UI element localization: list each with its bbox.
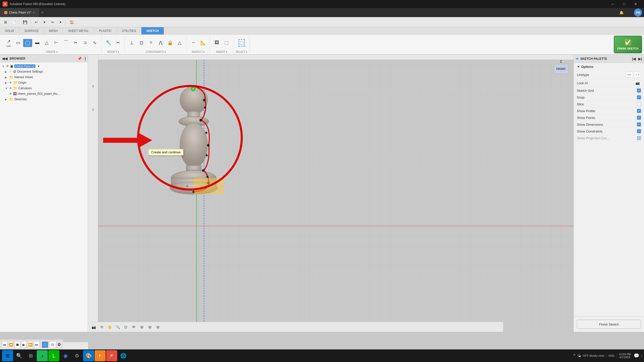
step-back-button[interactable]: ⏪ [9, 341, 14, 348]
browser-collapse-button[interactable]: ◀◀ [2, 57, 8, 61]
linetype-btn-2[interactable]: - - [634, 72, 641, 77]
paint-icon[interactable]: 🎨 [83, 350, 94, 361]
spline-tool[interactable]: ∿ [90, 39, 99, 47]
show-constraints-checkbox[interactable]: ✓ [637, 129, 641, 133]
orbit-button[interactable]: ⟲ [98, 324, 105, 331]
document-tab[interactable]: Chess Pawn v1* ✕ [0, 8, 39, 17]
viewport[interactable]: -50 -25 [88, 55, 574, 332]
tree-item-canvases[interactable]: ▼ 👁 📁 Canvases [0, 85, 88, 91]
tab-close-button[interactable]: ✕ [33, 11, 35, 14]
show-desktop-button[interactable]: | [641, 354, 642, 357]
arc-tool[interactable]: ▬ [33, 39, 42, 47]
show-projected-checkbox[interactable]: ✓ [637, 136, 641, 140]
view-cube-front[interactable]: FRONT [553, 64, 569, 74]
fit-button[interactable]: ⊡ [122, 324, 129, 331]
show-profile-checkbox[interactable]: ✓ [637, 109, 641, 113]
settings-gear-icon[interactable]: ⚙ [57, 342, 61, 347]
visibility-doc[interactable]: 👁 [9, 70, 12, 73]
snap-checkbox[interactable]: ✓ [637, 95, 641, 99]
skip-start-button[interactable]: ⏮ [2, 341, 7, 348]
tab-surface[interactable]: SURFACE [19, 27, 44, 34]
spotify-icon[interactable]: ♪ [37, 350, 48, 361]
tree-item-root[interactable]: ▼ 👁 ▣ Chess Pawn v1 ● [0, 63, 88, 69]
modify-tool-1[interactable]: 🔧 [104, 39, 113, 47]
pan-button[interactable]: ✋ [106, 324, 113, 331]
visibility-canvas[interactable]: 👁 [9, 92, 12, 96]
finish-sketch-footer-button[interactable]: Finish Sketch [577, 320, 641, 329]
fusion-360-icon-1[interactable]: F [95, 350, 106, 361]
line-tool[interactable]: ↗Line [4, 38, 13, 48]
rectangle-tool[interactable]: ▭ [14, 39, 23, 47]
browser-pin-button[interactable]: 📌 [77, 57, 82, 61]
view-mode-1[interactable]: □ [42, 341, 48, 348]
select-tool[interactable]: ⬚ [237, 38, 246, 48]
visibility-canvases[interactable]: 👁 [9, 86, 12, 90]
insert-dxf[interactable]: ⬚ [222, 39, 231, 47]
vpn-icon[interactable]: 🌐 [118, 350, 129, 361]
polygon-tool[interactable]: △ [42, 39, 51, 47]
trim-tool[interactable]: ✂ [71, 39, 80, 47]
palette-collapse-left[interactable]: |◀ [632, 57, 636, 61]
tab-utilities[interactable]: UTILITIES [117, 27, 141, 34]
grid-button[interactable]: ⊞ [138, 324, 145, 331]
constraint-equal[interactable]: = [146, 39, 155, 47]
notification-button[interactable]: 💬 [634, 353, 639, 358]
redo-button[interactable]: ↪ [49, 19, 56, 26]
maximize-button[interactable]: □ [618, 0, 630, 8]
section-analysis[interactable]: ⊞ [154, 324, 162, 331]
visibility-icon[interactable]: 👁 [6, 64, 9, 68]
user-avatar[interactable]: PR [634, 9, 642, 17]
tab-solid[interactable]: SOLID [0, 27, 19, 34]
play-button[interactable]: ▶ [21, 341, 26, 348]
save-button[interactable]: 💾 [21, 19, 28, 26]
tree-item-canvas-image[interactable]: 👁 🖼 chess_pieces_001_pawn_thu... [0, 91, 88, 97]
close-button[interactable]: ✕ [630, 0, 641, 8]
insert-image[interactable]: 🖼 [212, 39, 221, 47]
visibility-origin[interactable]: 👁 [9, 81, 12, 84]
slice-checkbox[interactable] [637, 102, 641, 106]
stop-button[interactable]: ⏹ [15, 341, 20, 348]
settings-icon[interactable]: ⚙ [71, 350, 83, 361]
notifications-icon[interactable]: 🔔 [618, 9, 625, 16]
home-button[interactable]: 🏠 [68, 19, 75, 26]
minimize-button[interactable]: ─ [607, 0, 618, 8]
tab-sketch[interactable]: SKETCH [141, 27, 164, 34]
fillet-tool[interactable]: ⌒ [61, 38, 70, 48]
appearance-button[interactable]: ⊞ [146, 324, 153, 331]
tab-sheet-metal[interactable]: SHEET METAL [63, 27, 94, 34]
constraint-triangle[interactable]: △ [175, 39, 184, 47]
constraint-angle[interactable]: ⋀ [156, 39, 165, 47]
chrome-icon[interactable]: ◉ [60, 350, 71, 361]
undo-button[interactable]: ↩ [33, 19, 40, 26]
options-header[interactable]: ▼ Options [577, 65, 641, 69]
constraint-parallel[interactable]: ⊡ [137, 39, 146, 47]
look-at-button[interactable]: 📷 [634, 80, 641, 86]
circle-tool[interactable]: ◯ [23, 39, 32, 47]
inspect-measure[interactable]: ↔ [189, 39, 198, 47]
task-view-button[interactable]: ⊞ [25, 350, 36, 361]
tree-item-sketches[interactable]: ▶ 📁 Sketches [0, 97, 88, 102]
start-button[interactable]: ⊞ [2, 350, 13, 361]
modify-tool-2[interactable]: ✂ [113, 39, 123, 47]
new-tab-button[interactable]: + [39, 8, 46, 17]
fusion-360-icon-2[interactable]: F [106, 350, 117, 361]
activate-icon[interactable]: ● [37, 64, 39, 68]
new-file-button[interactable]: 📄 [10, 19, 17, 26]
undo-dropdown[interactable]: ▾ [41, 19, 48, 26]
tree-item-doc-settings[interactable]: ▶ 👁 ⚙ Document Settings [0, 69, 88, 74]
camera-icon[interactable]: 📷 [90, 324, 97, 331]
palette-expand-right[interactable]: ▶| [638, 57, 642, 61]
view-mode-2[interactable]: ⊟ [49, 341, 56, 348]
constraint-perpendicular[interactable]: ⊥ [127, 39, 136, 47]
sketch-grid-checkbox[interactable]: ✓ [637, 88, 641, 93]
line-app-icon[interactable]: L [48, 350, 59, 361]
zoom-button[interactable]: 🔍 [114, 324, 121, 331]
view-selector[interactable]: 👁 [130, 324, 137, 331]
sketch-dimension-tool[interactable]: ⊢ [52, 39, 61, 47]
tab-mesh[interactable]: MESH [44, 27, 63, 34]
taskbar-search[interactable]: 🔍 [14, 350, 25, 361]
show-dimensions-checkbox[interactable]: ✓ [637, 122, 641, 126]
finish-sketch-button[interactable]: ✅ FINISH SKETCH [614, 36, 642, 53]
linetype-btn-1[interactable]: — [626, 72, 633, 77]
show-points-checkbox[interactable]: ✓ [637, 116, 641, 120]
